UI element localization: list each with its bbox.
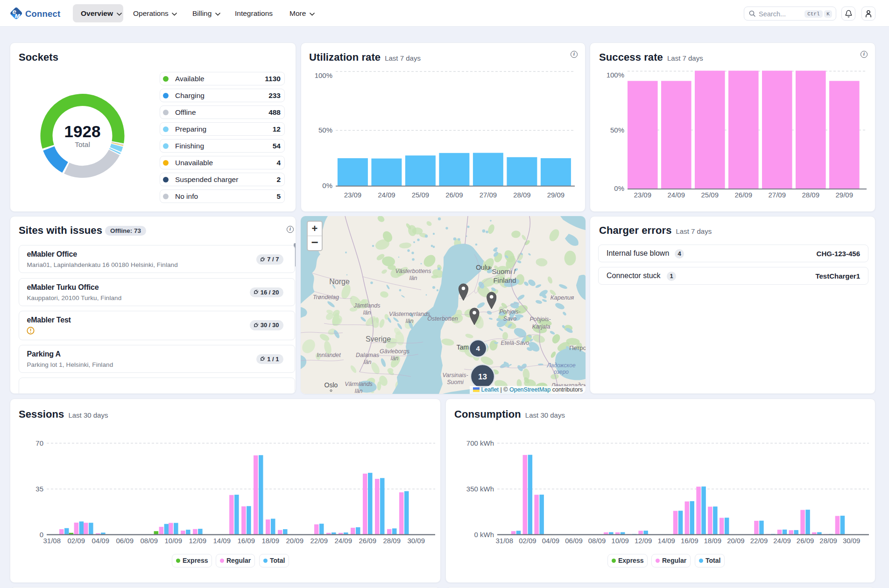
svg-text:23/09: 23/09 bbox=[634, 191, 652, 199]
svg-text:26/09: 26/09 bbox=[797, 537, 814, 545]
svg-text:Pohjois-: Pohjois- bbox=[499, 308, 520, 315]
svg-text:100%: 100% bbox=[607, 71, 624, 79]
svg-text:Jämtlands: Jämtlands bbox=[353, 302, 381, 309]
svg-text:län: län bbox=[364, 359, 372, 365]
svg-text:31/08: 31/08 bbox=[43, 537, 61, 545]
svg-text:08/09: 08/09 bbox=[141, 537, 158, 545]
svg-text:0 kWh: 0 kWh bbox=[474, 531, 494, 539]
svg-text:Finland: Finland bbox=[493, 276, 516, 284]
svg-text:10/09: 10/09 bbox=[165, 537, 183, 545]
svg-text:0%: 0% bbox=[614, 184, 624, 192]
svg-text:27/09: 27/09 bbox=[480, 191, 497, 199]
svg-text:Västerbottens: Västerbottens bbox=[395, 268, 431, 274]
svg-text:Norge: Norge bbox=[329, 278, 350, 286]
svg-text:Петроза: Петроза bbox=[569, 344, 586, 351]
svg-text:50%: 50% bbox=[610, 126, 624, 134]
svg-text:14/09: 14/09 bbox=[213, 537, 231, 545]
svg-text:26/09: 26/09 bbox=[735, 191, 753, 199]
svg-text:озеро: озеро bbox=[554, 369, 569, 375]
svg-text:02/09: 02/09 bbox=[519, 537, 536, 545]
svg-text:Västernorrlands: Västernorrlands bbox=[389, 311, 430, 317]
svg-text:Karjala: Karjala bbox=[532, 323, 550, 330]
svg-text:22/09: 22/09 bbox=[750, 537, 768, 545]
svg-text:23/09: 23/09 bbox=[344, 191, 362, 199]
svg-text:0%: 0% bbox=[322, 182, 332, 189]
svg-text:22/09: 22/09 bbox=[310, 537, 328, 545]
svg-text:Värmlands: Värmlands bbox=[345, 381, 373, 387]
svg-text:13: 13 bbox=[478, 372, 487, 381]
svg-text:50%: 50% bbox=[318, 126, 332, 134]
svg-text:12/09: 12/09 bbox=[189, 537, 207, 545]
svg-text:12/09: 12/09 bbox=[635, 537, 652, 545]
svg-text:Etelä-Savo: Etelä-Savo bbox=[501, 340, 529, 346]
svg-text:24/09: 24/09 bbox=[335, 537, 353, 545]
svg-text:26/09: 26/09 bbox=[445, 191, 463, 199]
svg-text:30/09: 30/09 bbox=[843, 537, 861, 545]
svg-text:06/09: 06/09 bbox=[116, 537, 134, 545]
svg-text:04/09: 04/09 bbox=[92, 537, 110, 545]
svg-text:Карелия: Карелия bbox=[550, 294, 574, 301]
svg-text:Gävleborgs: Gävleborgs bbox=[380, 348, 409, 355]
svg-text:24/09: 24/09 bbox=[773, 537, 791, 545]
svg-text:27/09: 27/09 bbox=[769, 191, 786, 199]
svg-text:Österbotten: Österbotten bbox=[427, 315, 458, 322]
svg-text:16/09: 16/09 bbox=[681, 537, 698, 545]
svg-text:35: 35 bbox=[35, 485, 43, 493]
svg-text:län: län bbox=[363, 309, 371, 316]
svg-text:100%: 100% bbox=[315, 71, 332, 79]
svg-text:Trøndelag: Trøndelag bbox=[313, 294, 339, 301]
svg-text:28/09: 28/09 bbox=[513, 191, 531, 199]
svg-text:län: län bbox=[391, 355, 399, 362]
svg-text:350 kWh: 350 kWh bbox=[466, 485, 494, 493]
svg-text:30/09: 30/09 bbox=[408, 537, 425, 545]
svg-text:25/09: 25/09 bbox=[412, 191, 430, 199]
svg-text:Ладожское: Ладожское bbox=[546, 362, 576, 369]
svg-text:18/09: 18/09 bbox=[262, 537, 280, 545]
svg-text:län: län bbox=[409, 275, 417, 281]
svg-text:Suomi: Suomi bbox=[447, 379, 464, 385]
svg-text:28/09: 28/09 bbox=[819, 537, 837, 545]
svg-text:29/09: 29/09 bbox=[547, 191, 565, 199]
svg-text:14/09: 14/09 bbox=[657, 537, 675, 545]
svg-text:Tam: Tam bbox=[457, 343, 469, 351]
svg-text:Oulu: Oulu bbox=[476, 264, 490, 271]
svg-text:28/09: 28/09 bbox=[383, 537, 401, 545]
svg-text:Sverige: Sverige bbox=[366, 335, 391, 343]
svg-text:Savo: Savo bbox=[503, 315, 517, 322]
svg-text:06/09: 06/09 bbox=[565, 537, 583, 545]
svg-text:Suomi /: Suomi / bbox=[492, 267, 516, 275]
svg-text:08/09: 08/09 bbox=[588, 537, 606, 545]
svg-text:02/09: 02/09 bbox=[68, 537, 85, 545]
svg-text:25/09: 25/09 bbox=[701, 191, 719, 199]
svg-text:Dalarnas: Dalarnas bbox=[356, 352, 379, 358]
svg-text:04/09: 04/09 bbox=[542, 537, 560, 545]
svg-text:26/09: 26/09 bbox=[359, 537, 377, 545]
svg-text:20/09: 20/09 bbox=[727, 537, 745, 545]
svg-text:700 kWh: 700 kWh bbox=[466, 439, 494, 447]
svg-text:län: län bbox=[355, 388, 363, 394]
svg-text:16/09: 16/09 bbox=[238, 537, 255, 545]
svg-text:29/09: 29/09 bbox=[836, 191, 854, 199]
svg-text:M: M bbox=[15, 13, 21, 20]
svg-text:24/09: 24/09 bbox=[378, 191, 395, 199]
svg-text:län: län bbox=[406, 318, 414, 324]
svg-text:24/09: 24/09 bbox=[668, 191, 685, 199]
svg-text:4: 4 bbox=[476, 344, 480, 352]
svg-text:Oslo: Oslo bbox=[325, 381, 338, 389]
svg-text:28/09: 28/09 bbox=[802, 191, 820, 199]
svg-text:18/09: 18/09 bbox=[704, 537, 722, 545]
svg-text:Innlandet: Innlandet bbox=[317, 352, 341, 358]
svg-text:31/08: 31/08 bbox=[496, 537, 514, 545]
svg-text:70: 70 bbox=[35, 439, 43, 447]
svg-text:10/09: 10/09 bbox=[611, 537, 629, 545]
svg-text:Pohjois-: Pohjois- bbox=[529, 316, 550, 322]
svg-text:20/09: 20/09 bbox=[286, 537, 304, 545]
svg-text:Varsinais-: Varsinais- bbox=[442, 372, 468, 378]
